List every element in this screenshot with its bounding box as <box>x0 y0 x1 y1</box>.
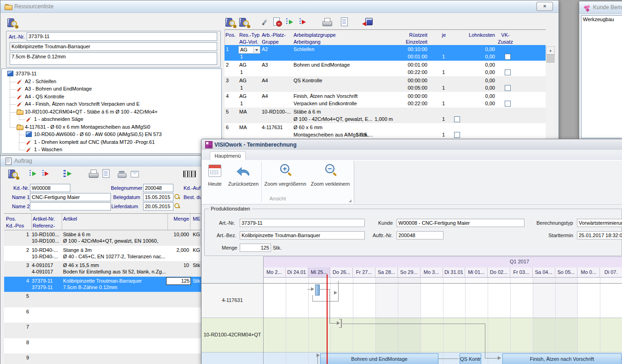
gantt-connector <box>438 358 459 359</box>
table-row[interactable]: 210-RD40-...10-RD40-...Stange á 3mØ 40 -… <box>4 246 202 262</box>
scrollbar-thumb[interactable] <box>547 54 554 63</box>
gantt-task-bar[interactable] <box>315 284 320 296</box>
close-icon[interactable]: × <box>536 2 553 11</box>
pen-icon[interactable] <box>259 17 271 28</box>
zoom-vergroessern-button[interactable]: Zoom vergrößernn <box>263 161 307 201</box>
remove-page-icon[interactable] <box>272 17 283 28</box>
gantt-day-header: Do 02... <box>488 267 510 277</box>
table-row[interactable]: 4AG1A4Finish, Ätzen nach VorschriftVerpa… <box>225 92 546 108</box>
gantt-task-bar[interactable]: Finish, Ätzen nach Vorschrift <box>502 353 622 364</box>
table-row-empty[interactable]: 7 <box>4 323 202 338</box>
art-nr-input[interactable]: 37379-11 <box>27 32 217 41</box>
fax-icon[interactable] <box>116 168 127 179</box>
row-checkbox[interactable] <box>454 132 460 138</box>
book-search-icon[interactable] <box>7 17 18 28</box>
table-row[interactable]: 34-0910174-091017Ø 46 x 15,5 mmBoden für… <box>4 261 202 277</box>
auftr-nr-input[interactable]: 200048 <box>397 231 443 239</box>
column-header[interactable]: Res.-Typ AG-Vorl. <box>239 32 260 46</box>
scroll-up-icon[interactable]: ▲ <box>546 46 555 55</box>
titlebar-kunde[interactable]: Kunde Bem <box>579 1 622 14</box>
mail-icon[interactable] <box>129 168 140 179</box>
vk-zusatz-checkbox[interactable] <box>505 101 511 107</box>
tab-hauptmenue[interactable]: Hauptmenü <box>210 151 246 160</box>
table-row[interactable]: 3AG1A4QS Kontrolle00:00:0000:05:0010,000… <box>225 76 546 92</box>
zuruecksetzen-button[interactable]: Zurücksetzen <box>226 161 260 201</box>
kunde-bemerkung-textarea[interactable]: Werkzeugbau <box>581 15 622 138</box>
gantt-connector-arrow <box>311 287 314 291</box>
table-row[interactable]: 1AG1A2Schleifen00:10:0000:01:0010,000,00 <box>225 45 546 61</box>
forward-green-icon[interactable] <box>28 168 39 179</box>
column-header[interactable]: Arb.-Platz- Gruppe <box>262 32 291 46</box>
lieferdatum-input[interactable]: 20.05.2015 <box>143 202 173 210</box>
forward-green-icon[interactable] <box>285 17 296 28</box>
bezeichnung-input[interactable]: Kolibripinzette Troutman-Barraquer <box>10 42 217 51</box>
titlebar-ressourcenliste[interactable]: Ressourcenliste × <box>0 0 559 13</box>
table-row-empty[interactable]: 6 <box>4 307 202 323</box>
ribbon-group-ansicht: Ansicht <box>202 196 354 204</box>
report-icon[interactable] <box>101 168 112 179</box>
book-search-icon[interactable] <box>225 17 236 28</box>
vk-zusatz-checkbox[interactable] <box>505 85 511 91</box>
belegdatum-label: Belegdatum <box>113 194 140 200</box>
cell-einzelzeit: 00:22:00 <box>392 69 427 75</box>
belegdatum-input[interactable]: 15.05.2015 <box>143 193 173 201</box>
column-header[interactable]: je <box>428 32 446 39</box>
res-typ-combobox[interactable]: AG <box>238 46 260 54</box>
table-row-empty[interactable]: 5 <box>4 292 202 307</box>
table-row[interactable]: 437379-1137379-11Kolibripinzette Troutma… <box>4 277 202 292</box>
save-icon[interactable] <box>362 17 373 28</box>
titlebar-auftrag[interactable]: Auftrag <box>0 156 202 166</box>
zoom-verkleinern-button[interactable]: Zoom verkleinern <box>309 161 351 201</box>
starttermin-input[interactable]: 25.01.2017 18:32:00 <box>577 231 622 239</box>
column-header[interactable]: Menge <box>142 216 189 222</box>
zusatz-input[interactable]: 7.5cm B-Zähne 0.12mm <box>10 52 217 65</box>
menge-input[interactable]: 125 <box>240 244 271 252</box>
insert-green-icon[interactable] <box>62 168 73 179</box>
table-row[interactable]: 5MA10-RD100-...Stäbe á 6 mØ 100 - 42CrMo… <box>225 108 546 123</box>
table-row[interactable]: 2AG1A3Bohren und EndMontage00:01:0000:22… <box>225 61 546 76</box>
menge-edit-input[interactable]: 125 <box>166 277 191 285</box>
book-search-icon[interactable] <box>8 168 19 179</box>
print-icon[interactable] <box>88 168 99 179</box>
art-nr-input[interactable]: 37379-11 <box>240 219 365 227</box>
ribbon-group-expander-icon[interactable] <box>349 199 351 202</box>
name1-input[interactable]: CNC-Fertigung Maier <box>30 193 111 201</box>
table-row[interactable]: 6MA4-117631Ø 60 x 6 mmMontagescheiben au… <box>225 123 546 139</box>
art-bez-input[interactable]: Kolibripinzette Troutman-Barraquer <box>240 231 365 239</box>
table-scrollbar[interactable]: ▲ <box>546 46 554 139</box>
column-header[interactable]: VK- Zusatz <box>496 32 514 46</box>
kunde-input[interactable]: W00008 - CNC-Fertigung Maier <box>397 219 524 227</box>
gantt-task-bar[interactable]: QS Kontrolle <box>460 353 481 364</box>
cell-einzelzeit: 00:01:00 <box>392 54 427 59</box>
cell-menge: 1 Stk. <box>323 132 369 137</box>
name2-input[interactable] <box>30 202 111 210</box>
heute-button[interactable]: Heute <box>204 161 225 201</box>
column-header[interactable]: Arbeitsplatzgruppe Arbeitsgang <box>294 32 369 46</box>
forward-red-icon[interactable] <box>296 17 307 28</box>
book-search-icon[interactable] <box>239 17 250 28</box>
table-row[interactable]: 110-RD100...10-RD100...Stäbe á 6 mØ 100 … <box>4 230 202 246</box>
column-header[interactable]: ME <box>193 216 202 222</box>
tree-item-label: 37379-11 <box>16 71 37 76</box>
gantt-gridline <box>533 278 533 364</box>
report-icon[interactable] <box>339 17 350 28</box>
column-header[interactable]: Rüstzeit Einzelzeit <box>392 32 427 46</box>
barcode-icon[interactable] <box>183 168 196 179</box>
vk-zusatz-checkbox[interactable] <box>505 69 511 75</box>
print-icon[interactable] <box>322 17 333 28</box>
belegnummer-input[interactable]: 200048 <box>143 184 173 192</box>
table-row-empty[interactable]: 9 <box>4 353 202 364</box>
belegdatum-lookup-icon[interactable] <box>174 193 180 200</box>
kd-nr-input[interactable]: W00008 <box>30 184 70 192</box>
column-header[interactable]: Pos. Kd.-Pos <box>6 216 30 229</box>
chevron-down-icon[interactable] <box>253 47 259 53</box>
column-header[interactable]: Lohnkosten <box>467 32 495 39</box>
vk-zusatz-checkbox[interactable] <box>505 54 511 60</box>
titlebar-terminberechnung[interactable]: VISIOwork - Terminberechnung <box>202 139 622 150</box>
table-row-empty[interactable]: 8 <box>4 338 202 354</box>
berechnungstyp-input[interactable]: Vorwärtsterminierung <box>577 219 622 227</box>
gantt-task-bar[interactable]: Bohren und EndMontage <box>320 353 438 364</box>
forward-red-icon[interactable] <box>39 168 50 179</box>
row-checkbox[interactable] <box>454 116 460 122</box>
lieferdatum-lookup-icon[interactable] <box>174 203 180 209</box>
